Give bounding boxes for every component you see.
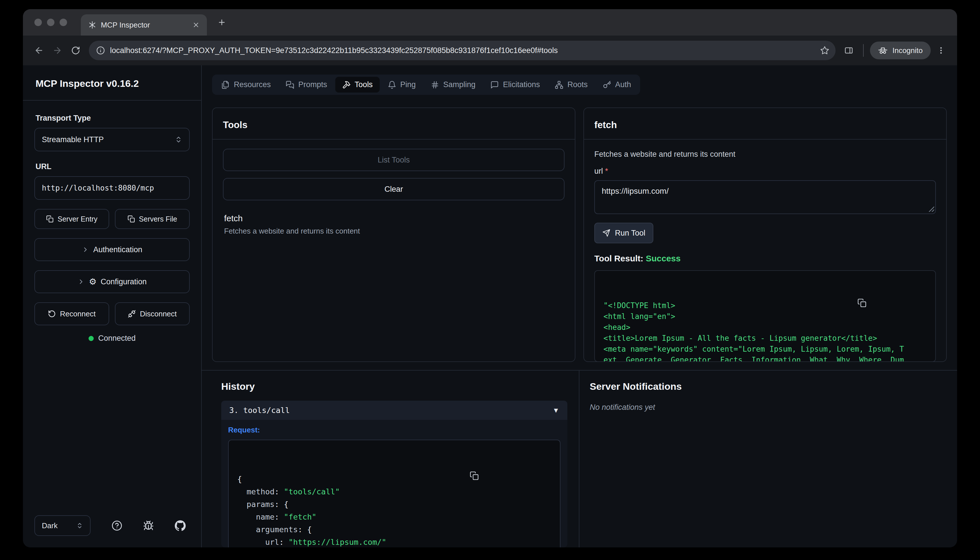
tool-description: Fetches a website and returns its conten…: [224, 227, 563, 236]
url-bar[interactable]: localhost:6274/?MCP_PROXY_AUTH_TOKEN=9e7…: [89, 41, 835, 60]
tab-auth[interactable]: Auth: [596, 77, 638, 93]
tab-label: Prompts: [298, 80, 327, 89]
copy-request-icon[interactable]: [470, 446, 554, 505]
clear-tools-button[interactable]: Clear: [223, 178, 564, 200]
tool-detail-description: Fetches a website and returns its conten…: [594, 150, 936, 159]
hammer-icon: [342, 80, 351, 89]
history-title: History: [221, 381, 567, 392]
notifications-title: Server Notifications: [590, 381, 957, 392]
tool-detail-body: Fetches a website and returns its conten…: [584, 140, 946, 362]
tab-label: Tools: [355, 80, 373, 89]
forward-icon[interactable]: [49, 42, 65, 58]
reload-icon[interactable]: [68, 42, 84, 58]
tab-label: Elicitations: [503, 80, 540, 89]
maximize-window-button[interactable]: [60, 18, 67, 26]
configuration-button[interactable]: ⚙ Configuration: [34, 270, 190, 293]
field-name: url: [594, 167, 603, 175]
list-tools-button[interactable]: List Tools: [223, 149, 564, 171]
server-url-input[interactable]: http://localhost:8080/mcp: [34, 176, 190, 200]
tab-label: Auth: [615, 80, 631, 89]
bug-icon[interactable]: [143, 520, 154, 531]
sidebar: MCP Inspector v0.16.2 Transport Type Str…: [23, 65, 202, 547]
tab-prompts[interactable]: Prompts: [279, 77, 334, 93]
incognito-label: Incognito: [892, 46, 923, 55]
bottom-pane: History 3. tools/call ▼ Request: { metho…: [202, 370, 957, 547]
window-controls: [34, 18, 67, 26]
unplug-icon: [128, 310, 136, 318]
browser-tab[interactable]: MCP Inspector: [81, 14, 207, 35]
messages-icon: [286, 80, 294, 89]
tab-resources[interactable]: Resources: [215, 77, 278, 93]
copy-icon: [46, 215, 53, 223]
reconnect-button[interactable]: Reconnect: [34, 302, 109, 325]
chevrons-up-down-icon: [76, 522, 83, 529]
tool-list-item[interactable]: fetch Fetches a website and returns its …: [223, 207, 564, 242]
chevrons-up-down-icon: [175, 136, 182, 143]
notifications-section: Server Notifications No notifications ye…: [579, 370, 957, 547]
servers-file-button[interactable]: Servers File: [115, 209, 190, 229]
hash-icon: [431, 80, 439, 89]
close-tab-icon[interactable]: [190, 18, 202, 31]
configuration-label: Configuration: [101, 277, 147, 286]
close-window-button[interactable]: [34, 18, 42, 26]
help-icon[interactable]: [111, 520, 122, 531]
tool-detail-title: fetch: [584, 108, 946, 140]
url-text[interactable]: localhost:6274/?MCP_PROXY_AUTH_TOKEN=9e7…: [110, 46, 815, 55]
tab-ping[interactable]: Ping: [381, 77, 423, 93]
browser-menu-icon[interactable]: [933, 42, 949, 58]
request-label: Request:: [228, 426, 561, 435]
tab-elicitations[interactable]: Elicitations: [483, 77, 547, 93]
authentication-button[interactable]: Authentication: [34, 238, 190, 261]
server-url-value: http://localhost:8080/mcp: [42, 184, 154, 192]
tool-detail-panel: fetch Fetches a website and returns its …: [583, 107, 947, 362]
connection-status: Connected: [34, 334, 190, 343]
chevron-right-icon: [77, 278, 85, 285]
transport-type-select[interactable]: Streamable HTTP: [34, 128, 190, 151]
history-entry: 3. tools/call ▼ Request: { method: "tool…: [221, 401, 567, 547]
side-panel-icon[interactable]: [841, 42, 857, 58]
tab-roots[interactable]: Roots: [548, 77, 595, 93]
app-title: MCP Inspector v0.16.2: [23, 65, 201, 101]
server-entry-label: Server Entry: [58, 215, 97, 223]
folder-tree-icon: [555, 80, 563, 89]
site-info-icon[interactable]: [96, 46, 105, 55]
tab-tools[interactable]: Tools: [335, 77, 380, 93]
gear-icon: ⚙: [89, 277, 97, 286]
disconnect-button[interactable]: Disconnect: [115, 302, 190, 325]
theme-value: Dark: [42, 521, 58, 530]
bookmark-star-icon[interactable]: [820, 46, 829, 55]
minimize-window-button[interactable]: [47, 18, 55, 26]
authentication-label: Authentication: [93, 245, 142, 254]
run-tool-button[interactable]: Run Tool: [594, 223, 653, 243]
copy-result-icon[interactable]: [857, 277, 929, 329]
server-entry-button[interactable]: Server Entry: [34, 209, 109, 229]
nav-tabbar: Resources Prompts Tools Ping Sampling: [212, 75, 640, 95]
transport-type-value: Streamable HTTP: [42, 135, 104, 144]
browser-window: MCP Inspector localhost:6274/?MCP_PROXY_…: [23, 9, 957, 547]
incognito-badge: Incognito: [870, 42, 931, 59]
tool-name: fetch: [224, 213, 563, 223]
new-tab-button[interactable]: [214, 14, 230, 30]
url-field-input[interactable]: https://lipsum.com/: [594, 180, 936, 214]
collapse-caret-icon[interactable]: ▼: [552, 407, 559, 414]
history-entry-header[interactable]: 3. tools/call ▼: [221, 401, 567, 420]
tool-result-label: Tool Result:: [594, 253, 643, 263]
tool-result-status: Success: [646, 253, 681, 263]
request-code: { method: "tools/call" params: { name: "…: [228, 440, 561, 547]
main-content: Resources Prompts Tools Ping Sampling: [202, 65, 957, 547]
tools-panel: Tools List Tools Clear fetch Fetches a w…: [212, 107, 576, 362]
key-icon: [602, 80, 611, 89]
theme-select[interactable]: Dark: [34, 515, 91, 536]
send-icon: [602, 229, 611, 237]
github-icon[interactable]: [175, 520, 186, 531]
tool-result-heading: Tool Result: Success: [594, 253, 936, 263]
mcp-favicon-icon: [88, 21, 96, 29]
top-panels: Tools List Tools Clear fetch Fetches a w…: [212, 107, 947, 362]
tab-sampling[interactable]: Sampling: [424, 77, 483, 93]
notifications-empty-text: No notifications yet: [590, 403, 957, 412]
servers-file-label: Servers File: [139, 215, 177, 223]
toolbar-divider: [863, 44, 864, 57]
tab-title: MCP Inspector: [101, 21, 185, 30]
tool-result-code: "<!DOCTYPE html><html lang="en"><head><t…: [594, 270, 936, 362]
back-icon[interactable]: [31, 42, 47, 58]
